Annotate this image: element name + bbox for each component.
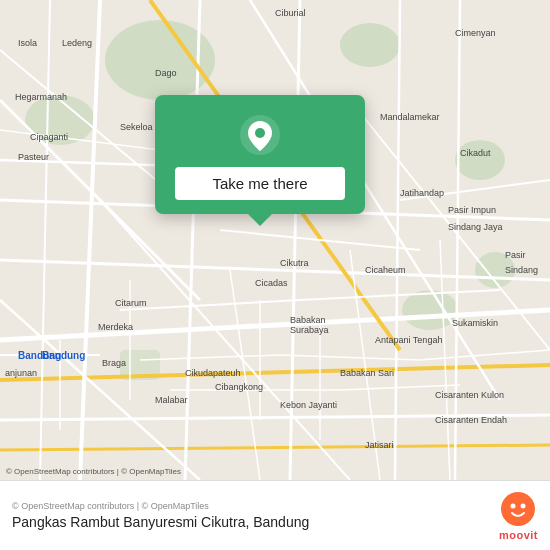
label-cisaranten-endah: Cisaranten Endah — [435, 415, 507, 425]
label-ledeng: Ledeng — [62, 38, 92, 48]
label-jatihandap: Jatihandap — [400, 188, 444, 198]
label-mandalamekar: Mandalamekar — [380, 112, 440, 122]
label-ciburial: Ciburial — [275, 8, 306, 18]
label-sekeloa: Sekeloa — [120, 122, 153, 132]
label-braga: Braga — [102, 358, 126, 368]
label-babakan-surabaya: BabakanSurabaya — [290, 315, 329, 335]
bottom-bar: © OpenStreetMap contributors | © OpenMap… — [0, 480, 550, 550]
label-citarum: Citarum — [115, 298, 147, 308]
popup-card: Take me there — [155, 95, 365, 214]
bottom-attribution: © OpenStreetMap contributors | © OpenMap… — [12, 501, 489, 511]
label-sukamiskin: Sukamiskin — [452, 318, 498, 328]
moovit-icon — [500, 491, 536, 527]
map-attribution: © OpenStreetMap contributors | © OpenMap… — [6, 467, 181, 476]
svg-point-53 — [521, 503, 526, 508]
svg-point-50 — [255, 128, 265, 138]
label-isola: Isola — [18, 38, 37, 48]
label-antapani: Antapani Tengah — [375, 335, 442, 345]
label-cikutra: Cikutra — [280, 258, 309, 268]
label-cipaganti: Cipaganti — [30, 132, 68, 142]
label-pasir: Pasir — [505, 250, 526, 260]
svg-point-2 — [340, 23, 400, 67]
label-malabar: Malabar — [155, 395, 188, 405]
label-bandung-2: Bandung — [18, 350, 61, 361]
label-pasteur: Pasteur — [18, 152, 49, 162]
label-cimenyan: Cimenyan — [455, 28, 496, 38]
label-cikudapateuh: Cikudapateuh — [185, 368, 241, 378]
moovit-logo: moovit — [499, 491, 538, 541]
label-panjunan: anjunan — [5, 368, 37, 378]
label-cibangkong: Cibangkong — [215, 382, 263, 392]
label-hegarmanah: Hegarmanah — [15, 92, 67, 102]
location-name: Pangkas Rambut Banyuresmi Cikutra, Bandu… — [12, 514, 489, 530]
label-dago: Dago — [155, 68, 177, 78]
label-kebon-jayanti: Kebon Jayanti — [280, 400, 337, 410]
bottom-info: © OpenStreetMap contributors | © OpenMap… — [12, 501, 489, 530]
label-cicadas: Cicadas — [255, 278, 288, 288]
map-view: Ciburial Isola Ledeng Dago Cimenyan Hega… — [0, 0, 550, 480]
label-babakan-sari: Babakan Sari — [340, 368, 394, 378]
label-sindang-jaya: Sindang Jaya — [448, 222, 503, 232]
map-svg — [0, 0, 550, 480]
label-sindang2: Sindang — [505, 265, 538, 275]
label-cicaheum: Cicaheum — [365, 265, 406, 275]
svg-point-52 — [511, 503, 516, 508]
label-cisaranten-kulon: Cisaranten Kulon — [435, 390, 504, 400]
take-me-there-button[interactable]: Take me there — [175, 167, 345, 200]
location-pin-icon — [238, 113, 282, 157]
label-cikadut: Cikadut — [460, 148, 491, 158]
label-pasir-impun: Pasir Impun — [448, 205, 496, 215]
label-merdeka: Merdeka — [98, 322, 133, 332]
moovit-text: moovit — [499, 529, 538, 541]
svg-point-5 — [402, 290, 458, 330]
svg-point-51 — [501, 492, 535, 526]
label-jatisari: Jatisari — [365, 440, 394, 450]
svg-point-3 — [455, 140, 505, 180]
